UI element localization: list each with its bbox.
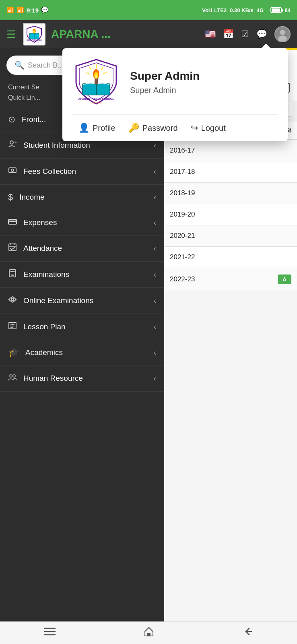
network-type: 4G↑: [257, 7, 266, 13]
password-link[interactable]: 🔑 Password: [128, 123, 178, 133]
fees-icon: [8, 166, 17, 177]
sidebar-item-online-examinations[interactable]: Online Examinations ‹: [0, 288, 164, 314]
calendar-header-icon[interactable]: 📅: [223, 29, 234, 39]
sidebar-item-income[interactable]: $ Income ‹: [0, 185, 164, 210]
status-bar: 📶 📶 9:19 💬 Vol1 LTE2 0.30 KB/s 4G↑ 84: [0, 0, 297, 20]
sidebar-item-expenses[interactable]: Expenses ‹: [0, 210, 164, 235]
svg-point-40: [13, 375, 15, 377]
hr-label: Human Resource: [23, 374, 83, 383]
profile-header: APARNA PUBLIC SCHOOL DHANBAD Super Admin…: [72, 58, 278, 115]
svg-rect-48: [147, 633, 151, 636]
table-row[interactable]: 2018-19: [164, 183, 297, 204]
battery-level: 84: [285, 7, 291, 13]
sidebar-item-attendance[interactable]: Attendance ‹: [0, 235, 164, 262]
student-info-icon: +: [8, 140, 17, 151]
online-exams-chevron: ‹: [154, 297, 156, 305]
hr-icon: [8, 373, 17, 384]
logout-link[interactable]: ↪ Logout: [191, 123, 226, 133]
svg-point-3: [33, 31, 35, 33]
online-exams-label: Online Examinations: [23, 296, 93, 305]
sidebar-item-fees-collection[interactable]: Fees Collection ‹: [0, 159, 164, 185]
examinations-label: Examinations: [23, 270, 69, 279]
profile-role: Super Admin: [130, 86, 200, 95]
password-label: Password: [142, 124, 178, 133]
signal2-icon: 📶: [16, 6, 24, 14]
profile-link[interactable]: 👤 Profile: [78, 123, 116, 133]
svg-rect-27: [9, 244, 16, 251]
session-year: 2020-21: [170, 232, 291, 240]
session-year: 2022-23: [170, 275, 278, 283]
svg-point-24: [11, 169, 14, 171]
status-right: Vol1 LTE2 0.30 KB/s 4G↑ 84: [202, 7, 291, 13]
lesson-plan-label: Lesson Plan: [23, 322, 66, 331]
svg-point-39: [10, 375, 12, 377]
svg-text:APARNA PUBLIC SCHOOL: APARNA PUBLIC SCHOOL: [78, 97, 114, 100]
logout-icon: ↪: [191, 123, 198, 133]
svg-point-13: [95, 74, 97, 78]
battery-icon: [270, 7, 282, 13]
table-row[interactable]: 2021-22: [164, 247, 297, 268]
fees-chevron: ‹: [154, 167, 156, 176]
session-year: 2018-19: [170, 189, 291, 197]
profile-label: Profile: [93, 124, 116, 133]
app-logo: APARNA PUBLIC SCHOOL: [23, 23, 45, 45]
svg-rect-26: [8, 221, 16, 222]
speed-label: 0.30 KB/s: [230, 7, 254, 13]
search-placeholder: Search B...: [28, 61, 64, 70]
bottom-home-button[interactable]: [134, 623, 164, 643]
attendance-chevron: ‹: [154, 244, 156, 253]
avatar[interactable]: [274, 26, 291, 42]
active-badge: A: [278, 275, 291, 284]
profile-dropdown: APARNA PUBLIC SCHOOL DHANBAD Super Admin…: [62, 48, 288, 141]
bottom-back-button[interactable]: [232, 623, 263, 643]
search-icon: 🔍: [14, 60, 25, 70]
bottom-menu-button[interactable]: [34, 623, 66, 642]
app-header: ☰ APARNA PUBLIC SCHOOL APARNA ... 🇺🇸 📅 ☑…: [0, 20, 297, 48]
password-icon: 🔑: [128, 123, 139, 133]
status-left: 📶 📶 9:19 💬: [6, 6, 49, 14]
attendance-label: Attendance: [23, 244, 62, 253]
academics-chevron: ‹: [154, 349, 156, 357]
lesson-plan-icon: [8, 321, 17, 332]
header-title: APARNA ...: [51, 28, 199, 41]
session-year: 2016-17: [170, 147, 291, 155]
expenses-chevron: ‹: [154, 219, 156, 227]
profile-icon: 👤: [78, 123, 89, 133]
svg-text:DHANBAD: DHANBAD: [91, 101, 102, 104]
school-logo: APARNA PUBLIC SCHOOL DHANBAD: [72, 58, 120, 106]
signal-icon: 📶: [6, 6, 14, 14]
profile-info: Super Admin Super Admin: [130, 70, 200, 95]
hamburger-icon[interactable]: ☰: [6, 28, 16, 41]
profile-actions: 👤 Profile 🔑 Password ↪ Logout: [72, 115, 278, 141]
expenses-label: Expenses: [23, 218, 57, 227]
fees-label: Fees Collection: [23, 167, 76, 176]
table-row[interactable]: 2016-17: [164, 140, 297, 161]
flag-icon[interactable]: 🇺🇸: [205, 29, 216, 39]
academics-label: Academics: [25, 348, 63, 357]
attendance-icon: [8, 243, 17, 254]
whatsapp-header-icon[interactable]: 💬: [256, 29, 267, 39]
svg-rect-23: [9, 168, 16, 173]
table-row[interactable]: 2020-21: [164, 225, 297, 247]
sidebar-item-human-resource[interactable]: Human Resource ‹: [0, 365, 164, 392]
svg-rect-31: [9, 270, 16, 277]
table-row[interactable]: 2022-23 A: [164, 268, 297, 291]
svg-text:+: +: [14, 140, 17, 144]
svg-point-6: [280, 30, 285, 35]
network-label: Vol1 LTE2: [202, 7, 227, 13]
lesson-plan-chevron: ‹: [154, 323, 156, 331]
table-row[interactable]: 2019-20: [164, 204, 297, 225]
check-header-icon[interactable]: ☑: [241, 29, 249, 39]
student-info-label: Student Information: [23, 141, 90, 150]
expenses-icon: [8, 217, 17, 228]
income-icon: $: [8, 192, 13, 202]
time: 9:19: [27, 7, 39, 14]
svg-point-7: [278, 36, 287, 41]
header-icons: 🇺🇸 📅 ☑ 💬: [205, 26, 291, 42]
table-row[interactable]: 2017-18: [164, 161, 297, 183]
student-info-chevron: ‹: [154, 141, 156, 150]
sidebar-item-academics[interactable]: 🎓 Academics ‹: [0, 340, 164, 365]
sidebar-item-lesson-plan[interactable]: Lesson Plan ‹: [0, 314, 164, 340]
sidebar-item-examinations[interactable]: Examinations ‹: [0, 262, 164, 288]
bottom-nav: [0, 621, 297, 644]
